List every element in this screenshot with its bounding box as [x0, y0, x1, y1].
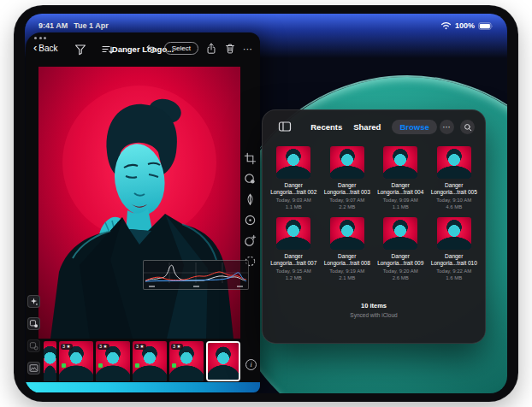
- heal-brush-icon[interactable]: [244, 193, 257, 206]
- file-name: Danger Longoria...trait 010: [429, 253, 480, 267]
- file-item[interactable]: Danger Longoria...trait 008 Today, 9:19 …: [322, 217, 373, 281]
- ipad-screen: 9:41 AM Tue 1 Apr 100%: [25, 14, 507, 393]
- file-size: 1.2 MB: [269, 274, 319, 281]
- status-date: Tue 1 Apr: [74, 21, 109, 30]
- wifi-icon: [440, 21, 452, 30]
- battery-percent: 100%: [455, 21, 475, 30]
- file-thumbnail: [383, 217, 417, 250]
- clone-icon[interactable]: [244, 214, 257, 227]
- file-item[interactable]: Danger Longoria...trait 007 Today, 9:15 …: [269, 217, 319, 281]
- rating-badge: 3 ★: [134, 344, 146, 350]
- color-tag: [135, 363, 139, 368]
- editor-tool-rail: [241, 152, 258, 268]
- file-name: Danger Longoria...trait 008: [322, 253, 373, 267]
- histogram-overlay: [143, 260, 249, 290]
- file-size: 4.6 MB: [429, 204, 480, 210]
- editor-toolbar: ‹ Back Danger Longo... Select: [26, 42, 260, 59]
- file-name: Danger Longoria...trait 009: [375, 253, 426, 267]
- file-size: 2.2 MB: [322, 204, 373, 210]
- share-icon[interactable]: [205, 42, 217, 55]
- color-tag: [62, 363, 66, 368]
- filmstrip-thumb[interactable]: 3 ★: [59, 341, 93, 381]
- undo-icon[interactable]: [145, 43, 157, 55]
- filmstrip-thumb[interactable]: 3 ★: [169, 341, 204, 381]
- file-name: Danger Longoria...trait 002: [269, 182, 319, 196]
- file-size: 1.1 MB: [269, 204, 319, 210]
- file-grid: Danger Longoria...trait 002 Today, 9:03 …: [269, 146, 479, 281]
- search-icon[interactable]: [460, 120, 475, 134]
- file-name: Danger Longoria...trait 005: [429, 182, 480, 196]
- file-name: Danger Longoria...trait 007: [269, 253, 319, 267]
- status-time: 9:41 AM: [38, 21, 68, 30]
- rating-badge: 3 ★: [61, 344, 73, 350]
- item-count: 10 items: [263, 302, 485, 310]
- info-icon[interactable]: i: [245, 359, 257, 370]
- filmstrip: 3 ★ 3 ★ 3 ★ 3 ★: [44, 341, 240, 381]
- tab-recents[interactable]: Recents: [310, 122, 342, 132]
- file-thumbnail: [276, 146, 310, 179]
- more-icon[interactable]: ⋯: [243, 43, 253, 55]
- file-date: Today, 9:07 AM: [322, 198, 373, 204]
- file-item[interactable]: Danger Longoria...trait 002 Today, 9:03 …: [269, 146, 319, 210]
- filmstrip-thumb[interactable]: 3 ★: [133, 341, 167, 381]
- window-controls[interactable]: [34, 37, 46, 39]
- files-more-icon[interactable]: ⋯: [440, 120, 454, 134]
- file-date: Today, 9:10 AM: [429, 198, 480, 204]
- file-date: Today, 9:15 AM: [269, 268, 319, 274]
- rating-badge: 3 ★: [171, 344, 183, 350]
- filmstrip-thumb-selected[interactable]: [206, 341, 240, 381]
- file-size: 1.6 MB: [429, 274, 480, 281]
- trash-icon[interactable]: [224, 42, 236, 55]
- tab-browse[interactable]: Browse: [392, 120, 436, 134]
- screenshot-root: 9:41 AM Tue 1 Apr 100%: [0, 0, 532, 407]
- file-size: 2.6 MB: [375, 274, 426, 281]
- status-bar: 9:41 AM Tue 1 Apr 100%: [38, 20, 494, 32]
- file-item[interactable]: Danger Longoria...trait 003 Today, 9:07 …: [322, 146, 373, 210]
- file-date: Today, 9:20 AM: [375, 268, 426, 274]
- file-date: Today, 9:22 AM: [429, 268, 480, 274]
- portrait-photo: [38, 67, 240, 339]
- color-tag: [172, 363, 176, 368]
- photo-editor-window: ‹ Back Danger Longo... Select: [26, 32, 260, 392]
- tab-shared[interactable]: Shared: [353, 122, 381, 132]
- rating-badge: 3 ★: [98, 344, 109, 350]
- photo-canvas[interactable]: [38, 67, 240, 339]
- file-date: Today, 9:09 AM: [375, 198, 426, 204]
- battery-icon: [478, 22, 494, 30]
- files-footer: 10 items Synced with iCloud: [263, 302, 485, 318]
- file-item[interactable]: Danger Longoria...trait 009 Today, 9:20 …: [375, 217, 426, 281]
- file-thumbnail: [330, 146, 364, 179]
- file-thumbnail: [330, 217, 364, 250]
- paste-adjustments-icon[interactable]: [27, 339, 40, 352]
- color-adjust-icon[interactable]: [244, 173, 257, 186]
- file-item[interactable]: Danger Longoria...trait 005 Today, 9:10 …: [429, 146, 480, 210]
- editor-side-buttons: [27, 295, 40, 375]
- auto-enhance-icon[interactable]: [27, 295, 40, 308]
- file-thumbnail: [276, 217, 310, 250]
- file-date: Today, 9:19 AM: [322, 268, 373, 274]
- copy-adjustments-icon[interactable]: [27, 317, 40, 330]
- file-item[interactable]: Danger Longoria...trait 004 Today, 9:09 …: [375, 146, 426, 210]
- files-window: Recents Shared Browse ⋯ Danger Longoria.…: [262, 109, 486, 344]
- filmstrip-thumb[interactable]: [44, 341, 56, 381]
- cyan-glow-bar: [26, 382, 260, 392]
- crop-rotate-icon[interactable]: [244, 152, 257, 165]
- histogram-ticks: [149, 286, 243, 287]
- file-size: 2.1 MB: [322, 274, 373, 281]
- magic-retouch-icon[interactable]: [244, 234, 257, 247]
- color-tag: [98, 363, 103, 368]
- file-thumbnail: [437, 217, 471, 250]
- file-size: 1.1 MB: [375, 204, 426, 210]
- file-item[interactable]: Danger Longoria...trait 010 Today, 9:22 …: [429, 217, 480, 281]
- file-date: Today, 9:03 AM: [269, 198, 319, 204]
- file-name: Danger Longoria...trait 004: [375, 182, 426, 196]
- histogram-panel-icon[interactable]: [27, 362, 40, 375]
- ipad-device-frame: 9:41 AM Tue 1 Apr 100%: [14, 5, 518, 402]
- select-button[interactable]: Select: [164, 42, 198, 55]
- filmstrip-thumb[interactable]: 3 ★: [96, 341, 130, 381]
- file-thumbnail: [437, 146, 471, 179]
- sync-status: Synced with iCloud: [263, 312, 485, 318]
- file-thumbnail: [383, 146, 417, 179]
- files-toolbar: Recents Shared Browse ⋯: [271, 118, 476, 135]
- file-name: Danger Longoria...trait 003: [322, 182, 373, 196]
